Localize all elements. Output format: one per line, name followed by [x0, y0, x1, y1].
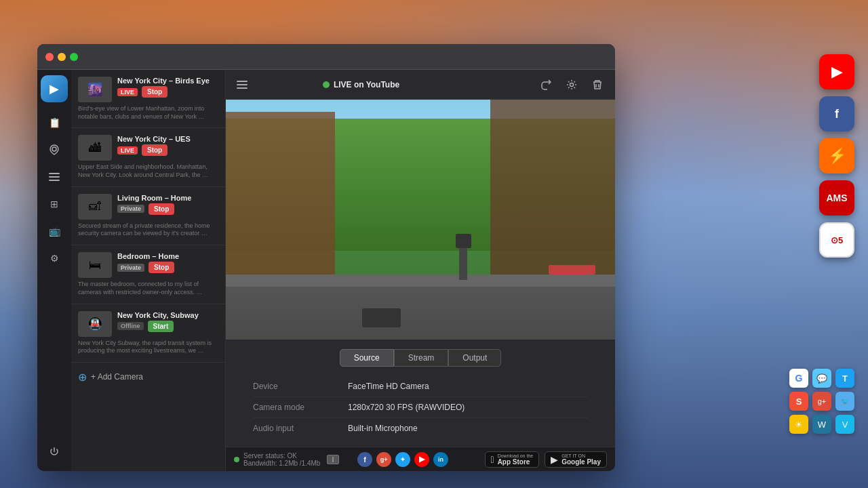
hamburger-line-3	[237, 87, 248, 89]
google-play-badge[interactable]: ▶ GET IT ON Google Play	[545, 451, 607, 468]
facebook-icon: f	[835, 107, 839, 121]
camera-info-3: Bedroom – Home Private Stop	[117, 252, 218, 273]
googleplus-mini-icon[interactable]: g+	[812, 392, 831, 411]
location-icon	[49, 144, 60, 155]
maximize-button[interactable]	[70, 53, 78, 61]
top-bar-left	[234, 78, 250, 92]
youtube-dock-icon[interactable]: ▶	[819, 54, 854, 89]
app-logo[interactable]: ▶	[41, 75, 68, 102]
stumble-mini-icon[interactable]: S	[789, 392, 808, 411]
camera-thumb-0: 🌆	[78, 77, 112, 102]
camera-info-4: New York City, Subway Offline Start	[117, 311, 218, 332]
social-facebook[interactable]: f	[357, 452, 372, 467]
tab-stream[interactable]: Stream	[394, 349, 449, 367]
vimeo-mini-icon[interactable]: V	[835, 415, 854, 434]
status-bar: Server status: OK Bandwidth: 1.2Mb /1.4M…	[226, 447, 615, 471]
sidebar-item-list[interactable]	[42, 165, 66, 189]
hamburger-menu[interactable]	[234, 78, 250, 92]
app-store-text: Download on the App Store	[498, 453, 534, 466]
camera-item-2[interactable]: 🛋 Living Room – Home Private Stop Secure…	[71, 187, 225, 245]
camera-thumb-3: 🛏	[78, 252, 112, 278]
audio-input-row: Audio input Built-in Microphone	[253, 418, 588, 439]
minimize-button[interactable]	[58, 53, 66, 61]
camera-item-3[interactable]: 🛏 Bedroom – Home Private Stop The master…	[71, 245, 225, 304]
add-camera-button[interactable]: ⊕ + Add Camera	[71, 363, 225, 392]
app-store-sub: Download on the	[498, 453, 534, 458]
power-icon	[49, 447, 60, 458]
facebook-dock-icon[interactable]: f	[819, 96, 854, 131]
audio-input-label: Audio input	[253, 424, 348, 433]
scene-car	[362, 308, 401, 327]
live-indicator: LIVE on YouTube	[323, 80, 399, 89]
camera-mode-row: Camera mode 868x488 30 FPS (RAWVIDEO)	[253, 397, 588, 418]
ams-dock-icon[interactable]: AMS	[819, 180, 854, 216]
camera-action-2[interactable]: Stop	[149, 203, 174, 215]
camera-item-4[interactable]: 🚇 New York City, Subway Offline Start Ne…	[71, 304, 225, 363]
tab-row: Source Stream Output	[226, 345, 615, 373]
share-button[interactable]	[536, 75, 555, 94]
video-preview	[226, 100, 615, 340]
app-store-badge[interactable]:  Download on the App Store	[485, 451, 540, 468]
device-value: FaceTime HD Camera	[348, 382, 429, 391]
camera-action-1[interactable]: Stop	[142, 144, 167, 156]
social-twitter[interactable]: ✦	[395, 452, 410, 467]
camera-desc-4: New York City Subway, the rapid transit …	[78, 340, 218, 355]
tab-source[interactable]: Source	[340, 349, 394, 367]
svg-point-1	[570, 83, 573, 86]
sidebar-item-location[interactable]	[42, 138, 66, 162]
sd-card-icon	[327, 455, 339, 464]
camera-desc-0: Bird's-eye view of Lower Manhattan, zoom…	[78, 105, 218, 121]
sidebar-item-settings[interactable]: ⚙	[42, 246, 66, 270]
sidebar-item-grid[interactable]: ⊞	[42, 192, 66, 216]
google-play-label: Google Play	[561, 458, 601, 466]
camera-name-3: Bedroom – Home	[117, 252, 218, 260]
camera-thumb-4: 🚇	[78, 311, 112, 337]
add-camera-label: + Add Camera	[91, 372, 143, 382]
tab-output[interactable]: Output	[448, 349, 501, 367]
messages-mini-icon[interactable]: 💬	[812, 369, 831, 388]
camera-mode-value: 868x488 30 FPS (RAWVIDEO)	[348, 403, 465, 412]
delete-button[interactable]	[588, 75, 607, 94]
camera-desc-3: The master bedroom, connected to my list…	[78, 281, 218, 296]
sidebar: ▶ 📋 ⊞ 📺 ⚙	[37, 70, 71, 471]
twitter-mini-icon[interactable]: 🐦	[835, 392, 854, 411]
tumblr-mini-icon[interactable]: T	[835, 369, 854, 388]
logo-icon: ▶	[50, 81, 59, 96]
social-icons-bar: f g+ ✦ ▶ in	[357, 452, 448, 467]
social-youtube[interactable]: ▶	[414, 452, 429, 467]
trash-icon	[592, 79, 603, 90]
sd-card-notch	[332, 457, 334, 462]
camera-item-0[interactable]: 🌆 New York City – Birds Eye LIVE Stop Bi…	[71, 70, 225, 128]
sidebar-item-power[interactable]	[42, 440, 66, 464]
camera-item-1[interactable]: 🏙 New York City – UES LIVE Stop Upper Ea…	[71, 128, 225, 186]
camera-action-3[interactable]: Stop	[149, 262, 174, 273]
camera-info-1: New York City – UES LIVE Stop	[117, 135, 218, 156]
add-camera-icon: ⊕	[78, 371, 87, 384]
settings-icon	[566, 79, 577, 90]
video-background	[226, 100, 615, 340]
lightning-dock-icon[interactable]: ⚡	[819, 138, 854, 174]
camera-thumb-2: 🛋	[78, 194, 112, 220]
sidebar-item-monitor[interactable]: 📺	[42, 219, 66, 243]
share-icon	[540, 79, 551, 90]
settings-button[interactable]	[562, 75, 581, 94]
bandwidth-label: Bandwidth: 1.2Mb /1.4Mb	[243, 460, 320, 467]
google-mini-icon[interactable]: G	[789, 369, 808, 388]
sidebar-item-book[interactable]: 📋	[42, 110, 66, 135]
weather-mini-icon[interactable]: ☀	[789, 415, 808, 434]
wordpress-mini-icon[interactable]: W	[812, 415, 831, 434]
camera-name-2: Living Room – Home	[117, 194, 218, 202]
social-linkedin[interactable]: in	[433, 452, 448, 467]
social-googleplus[interactable]: g+	[376, 452, 391, 467]
camera-action-0[interactable]: Stop	[142, 86, 167, 98]
camera-status-4: Offline	[117, 322, 144, 330]
camera-action-4[interactable]: Start	[148, 321, 174, 332]
main-content: ▶ 📋 ⊞ 📺 ⚙	[37, 70, 615, 471]
camera-thumb-1: 🏙	[78, 135, 112, 161]
close-button[interactable]	[45, 53, 54, 61]
camera-list[interactable]: 🌆 New York City – Birds Eye LIVE Stop Bi…	[71, 70, 226, 471]
top-bar-right	[536, 75, 607, 94]
camera-desc-1: Upper East Side and neighborhood. Manhat…	[78, 163, 218, 179]
s5-dock-icon[interactable]: ⊙5	[819, 222, 854, 258]
camera-status-2: Private	[117, 205, 144, 213]
